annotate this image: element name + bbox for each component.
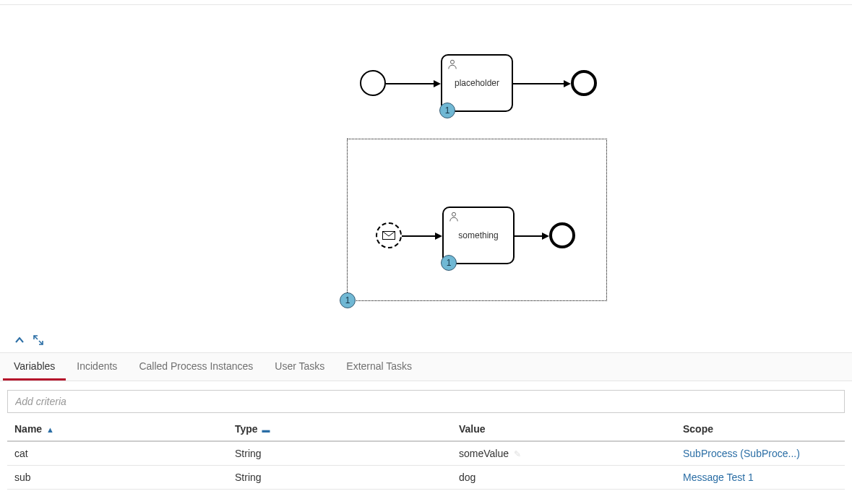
tab-called-process-instances[interactable]: Called Process Instances [128,353,264,381]
expand-diagram-icon[interactable] [32,334,45,347]
svg-point-2 [452,212,455,216]
variable-type: String [228,441,452,466]
tab-user-tasks[interactable]: User Tasks [264,353,335,381]
sequence-flow [513,83,565,84]
column-header-label: Name [14,423,42,435]
bpmn-diagram[interactable]: placeholder 1 1 something 1 [0,5,852,352]
sequence-flow [515,235,543,237]
variable-name: sub [7,466,228,490]
svg-point-0 [450,60,454,64]
variable-name: cat [7,441,228,466]
token-count-badge: 1 [340,292,356,308]
variables-table: Name ▲ Type ▬ Value Scope cat String som… [7,417,845,490]
column-header-type[interactable]: Type ▬ [228,417,452,441]
variable-value[interactable]: someValue ✎ [452,441,676,466]
tab-incidents[interactable]: Incidents [66,353,128,381]
end-event[interactable] [549,222,575,248]
sequence-flow [402,235,436,237]
sequence-flow-arrow [564,80,571,87]
sequence-flow-arrow [542,233,549,240]
filter-criteria-input[interactable] [7,390,845,413]
sort-ascending-icon: ▲ [46,425,54,434]
filter-row [7,390,845,413]
user-task-something[interactable]: something 1 [442,207,515,264]
sequence-flow-arrow [434,80,441,87]
table-row: cat String someValue ✎ SubProcess (SubPr… [7,441,845,466]
tabs-bar: Variables Incidents Called Process Insta… [0,352,852,381]
start-event[interactable] [360,70,386,96]
task-label: something [458,230,498,240]
variable-value[interactable]: dog [452,466,676,490]
message-start-event[interactable] [376,222,402,248]
column-header-name[interactable]: Name ▲ [7,417,228,441]
token-count-badge: 1 [441,255,457,271]
column-header-label: Value [459,423,486,435]
user-icon [448,211,460,222]
task-label: placeholder [455,78,499,88]
sequence-flow-arrow [435,233,442,240]
tab-external-tasks[interactable]: External Tasks [335,353,423,381]
value-text: dog [459,472,476,483]
collapse-diagram-icon[interactable] [13,334,26,347]
user-icon [447,58,458,70]
user-task-placeholder[interactable]: placeholder 1 [441,54,513,112]
variable-scope[interactable]: SubProcess (SubProce...) [676,441,845,466]
sequence-flow [386,83,435,84]
value-text: someValue [459,448,509,459]
variable-scope[interactable]: Message Test 1 [676,466,845,490]
end-event[interactable] [571,70,597,96]
scope-link[interactable]: SubProcess (SubProce...) [683,448,800,459]
token-count: 1 [445,105,450,116]
scope-link[interactable]: Message Test 1 [683,472,754,483]
token-count-badge: 1 [439,103,455,118]
column-header-label: Type [235,423,258,435]
token-count: 1 [345,295,350,305]
token-count: 1 [447,258,452,268]
column-header-label: Scope [683,423,713,435]
diagram-controls [13,334,45,347]
column-header-scope[interactable]: Scope [676,417,845,441]
table-row: sub String dog Message Test 1 [7,466,845,490]
sort-none-icon: ▬ [262,425,270,434]
envelope-icon [382,231,395,240]
edit-value-icon[interactable]: ✎ [514,449,521,459]
table-header-row: Name ▲ Type ▬ Value Scope [7,417,845,441]
variable-type: String [228,466,452,490]
column-header-value[interactable]: Value [452,417,676,441]
tab-variables[interactable]: Variables [3,353,66,381]
